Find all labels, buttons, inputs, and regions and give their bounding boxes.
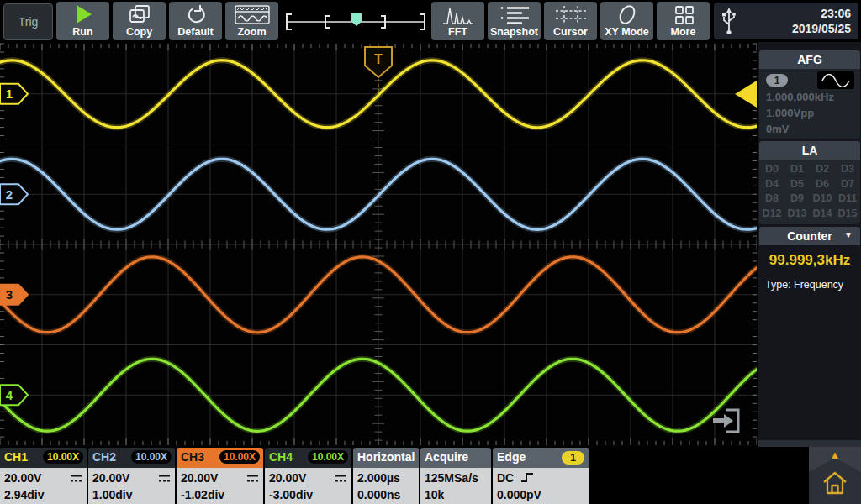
zoom-label: Zoom [237, 26, 266, 38]
home-icon[interactable] [821, 469, 849, 497]
reset-icon [169, 4, 222, 24]
chevron-down-icon: ▼ [844, 230, 853, 239]
time-display: 23:06 [792, 6, 851, 21]
date-display: 2019/05/25 [792, 21, 851, 36]
usb-icon [720, 7, 738, 39]
copy-icon [113, 4, 166, 24]
default-button[interactable]: Default [169, 2, 222, 40]
snapshot-list-icon [488, 4, 541, 24]
la-line-d10: D10 [810, 192, 835, 207]
afg-offset: 0mV [766, 123, 789, 135]
acquire-status-section[interactable]: Acquire 125MSa/s 10k [420, 448, 491, 504]
la-line-d0: D0 [759, 162, 784, 177]
more-button[interactable]: More [657, 2, 710, 40]
oscilloscope-screen: Trig Run Copy [0, 0, 861, 504]
la-line-d6: D6 [810, 177, 835, 192]
channel-marker-CH4[interactable]: 4 [0, 385, 28, 405]
run-button[interactable]: Run [56, 2, 109, 40]
copy-button[interactable]: Copy [113, 2, 166, 40]
counter-title: Counter [787, 229, 832, 243]
trigger-position-pointer [351, 13, 362, 26]
ch2-label: CH2 [92, 450, 116, 464]
clock-panel[interactable]: 23:06 2019/05/25 [714, 3, 858, 39]
la-line-d8: D8 [759, 192, 784, 207]
la-line-d3: D3 [835, 162, 860, 177]
cursor-button[interactable]: Cursor [544, 2, 597, 40]
waveform-display-area[interactable]: 1234T [0, 42, 757, 447]
horizontal-position-indicator[interactable] [283, 2, 429, 40]
bottom-status-bar: CH1 10.00X 20.00V 2.94div CH2 10.00X 20.… [0, 447, 861, 504]
la-line-d7: D7 [835, 177, 860, 192]
la-line-d15: D15 [835, 207, 860, 222]
ch3-position: -1.02div [181, 486, 263, 503]
svg-text:T: T [374, 52, 383, 66]
cursor-crosshair-icon [544, 4, 597, 24]
acquire-sample-rate: 125MSa/s [425, 470, 491, 486]
xy-mode-label: XY Mode [605, 26, 649, 38]
ch4-probe-factor: 10.00X [308, 450, 348, 464]
ch2-status-section[interactable]: CH2 10.00X 20.00V 1.00div [88, 448, 175, 504]
ch3-probe-factor: 10.00X [219, 450, 260, 464]
snapshot-label: Snapshot [490, 26, 538, 38]
trigger-coupling: DC [497, 471, 514, 485]
ch4-position: -3.00div [269, 486, 351, 503]
horizontal-title: Horizontal [357, 450, 415, 464]
fft-button[interactable]: FFT [431, 2, 484, 40]
graticule-and-traces: 1234T [0, 42, 757, 447]
run-label: Run [72, 26, 92, 38]
ch1-scale: 20.00V [4, 471, 41, 485]
ch4-label: CH4 [269, 450, 293, 464]
ch1-status-section[interactable]: CH1 10.00X 20.00V 2.94div [0, 448, 87, 504]
right-sidebar: AFG 1 1.000,000kHz 1.000Vpp 0mV LA D0D1D… [758, 42, 861, 447]
svg-text:4: 4 [6, 388, 13, 402]
ch3-label: CH3 [181, 450, 204, 464]
ch1-position: 2.94div [4, 486, 87, 503]
xy-mode-button[interactable]: XY Mode [600, 2, 653, 40]
ch3-scale: 20.00V [181, 471, 218, 485]
svg-text:2: 2 [6, 187, 13, 202]
trigger-source-badge: 1 [562, 451, 584, 465]
trigger-level: 0.000pV [497, 486, 589, 503]
horizontal-scale: 2.000µs [357, 470, 419, 486]
horizontal-delay: 0.000ns [357, 486, 419, 503]
la-line-d9: D9 [784, 192, 810, 207]
channel-marker-CH3[interactable]: 3 [0, 285, 28, 305]
ch2-position: 1.00div [92, 486, 175, 503]
acquire-memory-depth: 10k [425, 486, 491, 503]
afg-channel-badge: 1 [766, 74, 788, 87]
dc-coupling-icon [246, 474, 259, 483]
svg-text:3: 3 [6, 287, 13, 302]
la-line-d12: D12 [759, 207, 784, 222]
more-label: More [671, 26, 696, 38]
afg-amplitude: 1.000Vpp [766, 107, 814, 119]
trigger-level-arrow[interactable] [735, 81, 757, 108]
afg-panel-header[interactable]: AFG [759, 50, 860, 69]
la-panel-body[interactable]: D0D1D2D3D4D5D6D7D8D9D10D11D12D13D14D15 [759, 160, 860, 224]
xy-ellipse-icon [600, 4, 653, 24]
fft-label: FFT [448, 26, 467, 38]
la-line-d2: D2 [810, 162, 835, 177]
expand-up-arrow[interactable]: ▲ [809, 449, 861, 460]
counter-panel-header[interactable]: Counter ▼ [759, 227, 860, 245]
snapshot-button[interactable]: Snapshot [488, 2, 541, 40]
la-line-d1: D1 [784, 162, 810, 177]
trig-status-button[interactable]: Trig [3, 3, 53, 40]
ch4-status-section[interactable]: CH4 10.00X 20.00V -3.00div [265, 448, 351, 504]
la-line-d5: D5 [784, 177, 810, 192]
counter-panel-body: 99.999,3kHz Type: Frequency [758, 245, 861, 304]
la-digital-lines: D0D1D2D3D4D5D6D7D8D9D10D11D12D13D14D15 [759, 162, 860, 221]
top-toolbar: Trig Run Copy [0, 0, 861, 42]
channel-marker-CH2[interactable]: 2 [0, 184, 28, 204]
trigger-status-section[interactable]: Edge 1 DC 0.000pV [493, 448, 589, 504]
horizontal-status-section[interactable]: Horizontal 2.000µs 0.000ns [353, 448, 419, 504]
la-panel-header[interactable]: LA [759, 141, 860, 160]
trigger-type: Edge [497, 450, 526, 464]
zoom-button[interactable]: Zoom [225, 2, 278, 40]
counter-type: Type: Frequency [765, 279, 843, 291]
ch3-status-section[interactable]: CH3 10.00X 20.00V -1.02div [177, 448, 263, 504]
la-line-d4: D4 [759, 177, 784, 192]
fft-spectrum-icon [431, 4, 484, 24]
afg-panel-body[interactable]: 1 1.000,000kHz 1.000Vpp 0mV [759, 69, 860, 139]
la-line-d13: D13 [784, 207, 810, 222]
channel-marker-CH1[interactable]: 1 [0, 84, 28, 104]
